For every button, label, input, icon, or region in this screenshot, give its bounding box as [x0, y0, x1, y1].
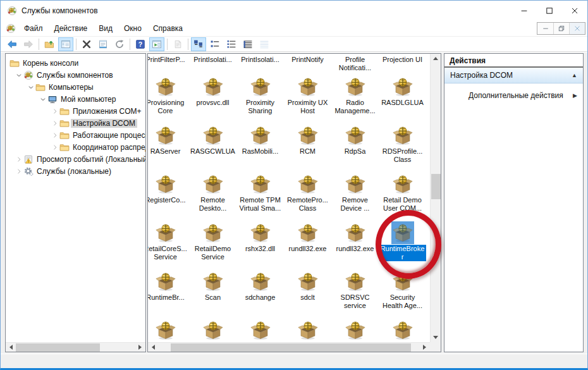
tree-item-computers[interactable]: Компьютеры: [6, 81, 145, 93]
collapse-icon[interactable]: ▲: [572, 72, 577, 78]
tree-item-dcom-config[interactable]: Настройка DCOM: [6, 117, 145, 129]
list-item-proximity-sharing[interactable]: Proximity Sharing: [236, 73, 284, 122]
list-item-radio-manageme[interactable]: Radio Manageme...: [331, 73, 379, 122]
list-item-raserver[interactable]: RAServer: [148, 122, 189, 171]
list-item-retaildemo-service[interactable]: RetailDemo Service: [189, 219, 236, 268]
view-small-icons-button[interactable]: [207, 37, 223, 51]
list-item-rasmobili[interactable]: RasMobili...: [236, 122, 284, 171]
list-item-runtimebr[interactable]: RuntimeBr...: [148, 268, 189, 317]
tree-item-com-plus-applications[interactable]: Приложения COM+: [6, 105, 145, 117]
treepanel-icon: [61, 39, 71, 49]
mdi-restore-button[interactable]: [553, 23, 569, 34]
title-bar: Службы компонентов: [1, 1, 587, 21]
scroll-left-button[interactable]: [148, 343, 159, 352]
tree-item-running-processes[interactable]: Работающие процессы: [6, 129, 145, 141]
show-console-tree-button[interactable]: [58, 37, 73, 51]
chevron-closed-icon[interactable]: [51, 144, 59, 151]
tree-item-event-viewer[interactable]: Просмотр событий (Локальный): [6, 153, 145, 165]
scroll-up-button[interactable]: [431, 54, 441, 63]
chevron-open-icon[interactable]: [27, 83, 35, 91]
list-item-rasdlglua[interactable]: RASDLGLUA: [379, 73, 426, 122]
chevron-closed-icon[interactable]: [15, 168, 23, 175]
chevron-open-icon[interactable]: [15, 71, 23, 79]
list-item-scan[interactable]: Scan: [189, 268, 236, 317]
menu-help[interactable]: Справка: [147, 22, 188, 35]
mdi-close-button[interactable]: [569, 23, 585, 34]
list-item-remove-device[interactable]: Remove Device ...: [331, 171, 379, 219]
more-actions-item[interactable]: Дополнительные действия ▶: [444, 88, 583, 103]
refresh-button[interactable]: [112, 37, 127, 51]
list-item-rcm[interactable]: RCM: [284, 122, 331, 171]
scroll-left-button[interactable]: [6, 343, 16, 352]
scrollbar-thumb[interactable]: [431, 174, 441, 199]
folder-icon: [59, 106, 71, 116]
back-button[interactable]: [4, 37, 20, 51]
list-item-label: RAServer: [150, 147, 181, 156]
minimize-button[interactable]: [511, 1, 537, 21]
list-item-unlabeled[interactable]: [284, 317, 331, 342]
tree-item-my-computer[interactable]: Мой компьютер: [6, 93, 145, 105]
view-details-button[interactable]: [240, 37, 255, 51]
tree-item-console-root[interactable]: Корень консоли: [6, 57, 145, 69]
tree-item-label: Корень консоли: [21, 59, 80, 68]
help-button[interactable]: [133, 37, 148, 51]
list-item-remotepro-class[interactable]: RemotePro... Class: [284, 171, 331, 219]
tree-item-component-services[interactable]: Службы компонентов: [6, 69, 145, 81]
list-item-label: RuntimeBr...: [148, 293, 185, 302]
list-item-provisioning-core[interactable]: Provisioning Core: [148, 73, 189, 122]
up-one-level-button[interactable]: [42, 37, 57, 51]
list-item-remote-tpm-virtual-sma[interactable]: Remote TPM Virtual Sma...: [236, 171, 284, 219]
chevron-open-icon[interactable]: [39, 96, 47, 103]
tree-horizontal-scrollbar[interactable]: [6, 342, 145, 352]
menu-view[interactable]: Вид: [93, 22, 118, 35]
scroll-down-button[interactable]: [431, 333, 441, 342]
chevron-closed-icon[interactable]: [15, 156, 23, 163]
list-item-rshx32-dll[interactable]: rshx32.dll: [236, 219, 284, 268]
list-item-unlabeled[interactable]: [331, 317, 379, 342]
menu-file[interactable]: Файл: [18, 22, 49, 35]
vtiles-icon: [259, 39, 269, 49]
actions-group-dcom-config[interactable]: Настройка DCOM ▲: [444, 68, 583, 83]
chevron-closed-icon[interactable]: [51, 108, 59, 115]
list-item-sdrsvc-service[interactable]: SDRSVC service: [331, 268, 379, 317]
menu-window[interactable]: Окно: [118, 22, 147, 35]
list-item-remote-deskto[interactable]: Remote Deskto...: [189, 171, 236, 219]
tree-item-dtc[interactable]: Координатор распределенных транзакций: [6, 141, 145, 153]
scroll-right-button[interactable]: [135, 343, 145, 352]
list-item-provsvc-dll[interactable]: provsvc.dll: [189, 73, 236, 122]
list-item-sdchange[interactable]: sdchange: [236, 268, 284, 317]
properties-button[interactable]: [95, 37, 111, 51]
delete-button[interactable]: [79, 37, 94, 51]
chevron-closed-icon[interactable]: [51, 120, 59, 127]
close-button[interactable]: [562, 1, 587, 21]
scrollbar-thumb[interactable]: [171, 343, 411, 352]
menu-action[interactable]: Действие: [49, 22, 94, 35]
list-item-rasgcwlua[interactable]: RASGCWLUA: [189, 122, 236, 171]
list-vertical-scrollbar[interactable]: [430, 54, 441, 342]
mdi-minimize-button[interactable]: [537, 23, 553, 34]
list-item-unlabeled[interactable]: [379, 317, 426, 342]
view-list-button[interactable]: [224, 37, 239, 51]
chevron-closed-icon[interactable]: [51, 132, 59, 139]
view-large-icons-button[interactable]: [191, 37, 206, 51]
list-horizontal-scrollbar[interactable]: [148, 342, 430, 352]
list-item-unlabeled[interactable]: [148, 317, 189, 342]
scrollbar-thumb[interactable]: [16, 343, 100, 352]
list-item-proximity-ux-host[interactable]: Proximity UX Host: [284, 73, 331, 122]
show-window-button[interactable]: [149, 37, 164, 51]
list-item-retailcores-service[interactable]: RetailCoreS... Service: [148, 219, 189, 268]
list-item-rundll32-exe[interactable]: rundll32.exe: [331, 219, 379, 268]
list-item-registerco[interactable]: RegisterCo...: [148, 171, 189, 219]
list-item-rundll32-exe[interactable]: rundll32.exe: [284, 219, 331, 268]
list-item-sdclt[interactable]: sdclt: [284, 268, 331, 317]
list-item-unlabeled[interactable]: [189, 317, 236, 342]
tree-item-services-local[interactable]: Службы (локальные): [6, 165, 145, 177]
maximize-button[interactable]: [537, 1, 562, 21]
scroll-right-button[interactable]: [419, 343, 430, 352]
list-item-rdpsa[interactable]: RdpSa: [331, 122, 379, 171]
list-item-unlabeled[interactable]: [236, 317, 284, 342]
dcom-component-icon: [249, 319, 272, 342]
list-item-rdsprofile-class[interactable]: RDSProfile... Class: [379, 122, 426, 171]
list-row: RuntimeBr...ScansdchangesdcltSDRSVC serv…: [148, 268, 426, 317]
dcom-component-icon: [202, 75, 224, 98]
